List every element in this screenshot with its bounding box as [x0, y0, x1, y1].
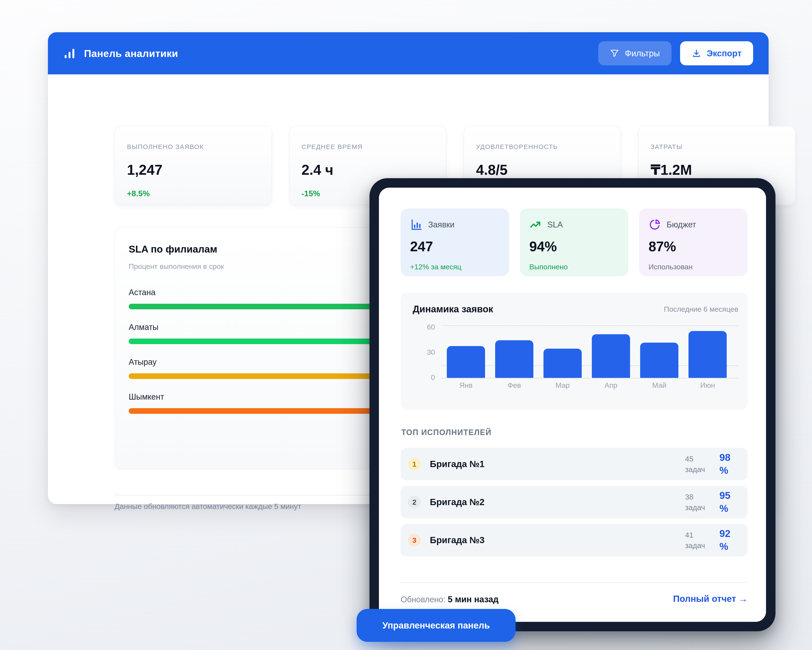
chart-range-label: Последние 6 месяцев [664, 305, 738, 314]
top-performers-heading: ТОП ИСПОЛНИТЕЛЕЙ [401, 428, 491, 437]
stat-chip-value: 94% [529, 239, 619, 254]
rank-badge: 3 [408, 534, 421, 547]
chart-bar-Янв [447, 346, 485, 378]
sla-branch-name: Астана [129, 288, 156, 297]
tablet-frame: Заявки247+12% за месяцSLA94%ВыполненоБюд… [369, 178, 775, 631]
x-axis-tick: Июн [688, 381, 727, 390]
x-axis-tick: Апр [592, 381, 630, 390]
chart-bar-Май [640, 343, 678, 378]
chart-gridline [441, 326, 738, 326]
chart-bar-Апр [592, 334, 630, 378]
kpi-value: 1,247 [127, 162, 259, 178]
performer-row-1[interactable]: 1Бригада №145задач98% [401, 448, 748, 480]
chart-bar-Фев [495, 340, 533, 378]
chart-gridline [441, 378, 738, 379]
kpi-card-0: ВЫПОЛНЕНО ЗАЯВОК1,247+8.5% [114, 126, 272, 205]
kpi-label: УДОВЛЕТВОРЕННОСТЬ [476, 143, 609, 150]
x-axis-tick: Янв [447, 381, 485, 390]
auto-update-note: Данные обновляются автоматически каждые … [114, 502, 301, 511]
y-axis-tick: 30 [407, 348, 435, 356]
stat-chip-head: SLA [529, 219, 619, 231]
kpi-label: ВЫПОЛНЕНО ЗАЯВОК [127, 143, 259, 150]
updated-status: Обновлено: 5 мин назад [401, 595, 499, 604]
stat-chip-sub: +12% за месяц [410, 263, 500, 271]
filters-label: Фильтры [625, 49, 660, 58]
tablet-footer: Обновлено: 5 мин назад Полный отчет → [401, 582, 748, 583]
kpi-label: ЗАТРАТЫ [651, 143, 783, 150]
stat-chip-label: Бюджет [667, 220, 696, 229]
sla-branch-name: Атырау [129, 358, 157, 367]
analytics-bars-icon [63, 47, 76, 60]
stat-chip-head: Заявки [410, 219, 500, 231]
pie-chart-icon [649, 219, 661, 231]
performer-name: Бригада №1 [430, 459, 484, 469]
rank-badge: 1 [408, 457, 421, 471]
page-title: Панель аналитики [84, 47, 178, 59]
sla-progress-fill [129, 408, 377, 414]
stat-chip-label: SLA [547, 220, 563, 229]
stat-chip-label: Заявки [428, 220, 455, 229]
stat-chip-value: 87% [649, 239, 738, 254]
kpi-label: СРЕДНЕЕ ВРЕМЯ [302, 143, 434, 150]
chart-title: Динамика заявок [413, 304, 493, 315]
y-axis-tick: 60 [407, 323, 435, 331]
bar-chart-icon [410, 219, 423, 231]
performer-tasks: 45задач [685, 454, 719, 475]
performer-tasks: 38задач [685, 492, 719, 512]
chart-bar-Июн [688, 331, 727, 378]
updated-label: Обновлено: [401, 595, 446, 604]
stat-chip-sla: SLA94%Выполнено [520, 208, 628, 276]
x-axis-tick: Фев [495, 381, 533, 390]
x-axis-tick: Мар [543, 381, 582, 390]
stat-chip-sub: Выполнено [529, 263, 619, 271]
stat-chip-sub: Использован [649, 263, 738, 271]
kpi-delta: +8.5% [127, 189, 259, 198]
stat-chip-head: Бюджет [649, 219, 738, 231]
performer-percent: 92% [719, 527, 739, 553]
sla-progress-fill [129, 373, 396, 379]
export-label: Экспорт [707, 49, 742, 58]
filters-button[interactable]: Фильтры [598, 41, 672, 65]
analytics-header: Панель аналитики Фильтры Экспорт [48, 32, 769, 74]
stat-chip-бюджет: Бюджет87%Использован [639, 208, 748, 276]
x-axis-tick: Май [640, 381, 678, 390]
kpi-value: 4.8/5 [476, 162, 609, 178]
performer-name: Бригада №2 [430, 497, 484, 507]
kpi-value: 2.4 ч [302, 162, 434, 178]
full-report-link[interactable]: Полный отчет → [673, 594, 748, 604]
download-icon [692, 49, 701, 58]
stat-chip-value: 247 [410, 239, 500, 254]
management-panel-button[interactable]: Управленческая панель [357, 609, 516, 642]
kpi-value: ₸1.2M [651, 162, 783, 178]
funnel-icon [610, 49, 619, 58]
sla-branch-name: Алматы [129, 323, 159, 332]
updated-value: 5 мин назад [448, 595, 499, 604]
performer-row-2[interactable]: 2Бригада №238задач95% [401, 486, 748, 518]
sla-branch-name: Шымкент [129, 392, 164, 402]
trend-up-icon [529, 219, 542, 231]
chart-bar-Мар [543, 349, 582, 378]
performer-row-3[interactable]: 3Бригада №341задач92% [401, 524, 748, 557]
rank-badge: 2 [408, 496, 421, 509]
y-axis-tick: 0 [407, 373, 435, 382]
performer-percent: 98% [719, 451, 739, 477]
tablet-screen: Заявки247+12% за месяцSLA94%ВыполненоБюд… [379, 188, 766, 622]
requests-dynamics-card: Динамика заявок Последние 6 месяцев 6030… [401, 292, 748, 410]
performer-tasks: 41задач [685, 530, 719, 551]
performer-percent: 95% [719, 489, 739, 515]
stat-chip-заявки: Заявки247+12% за месяц [401, 208, 509, 276]
export-button[interactable]: Экспорт [680, 41, 753, 65]
performer-name: Бригада №3 [430, 535, 484, 545]
